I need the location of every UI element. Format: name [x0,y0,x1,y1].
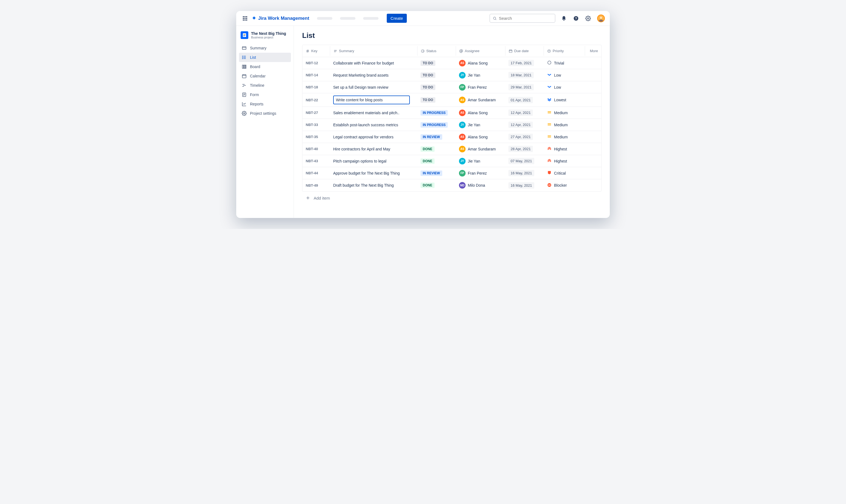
create-button[interactable]: Create [387,14,407,23]
table-row[interactable]: NBT-40Hire contractors for April and May… [302,143,601,155]
due-cell[interactable]: 17 Feb, 2021 [505,58,544,68]
sidebar-item-summary[interactable]: Summary [239,43,291,53]
due-cell[interactable]: 16 May, 2021 [505,168,544,178]
key-cell[interactable]: NBT-35 [302,132,330,141]
assignee-cell[interactable]: MDMilo Dona [456,180,505,191]
summary-cell[interactable]: Set up a full Design team review [330,83,417,92]
status-cell[interactable]: IN PROGRESS [417,120,456,130]
status-cell[interactable]: IN PROGRESS [417,108,456,118]
col-assignee[interactable]: Assignee [456,46,505,56]
sidebar-item-settings[interactable]: Project settings [239,109,291,118]
assignee-cell[interactable]: ASAmar Sundaram [456,144,505,155]
nav-placeholder[interactable] [363,17,378,20]
project-header[interactable]: The Next Big Thing Business project [239,30,291,43]
assignee-cell[interactable]: ASAmar Sundaram [456,94,505,105]
sidebar-item-timeline[interactable]: Timeline [239,81,291,90]
priority-cell[interactable]: Critical [544,168,585,178]
assignee-cell[interactable]: ASAlana Song [456,58,505,69]
notifications-icon[interactable] [560,15,567,22]
sidebar-item-board[interactable]: Board [239,62,291,71]
search-box[interactable] [490,14,556,23]
key-cell[interactable]: NBT-18 [302,83,330,91]
table-row[interactable]: NBT-22TO DOASAmar Sundaram01 Apr, 2021Lo… [302,93,601,107]
summary-cell[interactable]: Request Marketing brand assets [330,71,417,79]
assignee-cell[interactable]: FPFran Perez [456,82,505,93]
search-input[interactable] [499,16,552,21]
status-cell[interactable]: IN REVIEW [417,132,456,142]
due-cell[interactable]: 12 Apr, 2021 [505,120,544,130]
col-due[interactable]: Due date [505,46,544,56]
priority-cell[interactable]: Lowest [544,95,585,105]
table-row[interactable]: NBT-14Request Marketing brand assetsTO D… [302,69,601,81]
table-row[interactable]: NBT-27Sales enablement materials and pit… [302,107,601,119]
key-cell[interactable]: NBT-27 [302,108,330,117]
key-cell[interactable]: NBT-14 [302,71,330,79]
key-cell[interactable]: NBT-43 [302,157,330,165]
nav-placeholder[interactable] [317,17,332,20]
summary-cell[interactable]: Collaborate with Finance for budget [330,59,417,68]
col-summary[interactable]: Summary [330,46,417,56]
status-cell[interactable]: DONE [417,180,456,190]
table-row[interactable]: NBT-49Draft budget for The Next Big Thin… [302,179,601,191]
priority-cell[interactable]: Highest [544,156,585,166]
key-cell[interactable]: NBT-12 [302,59,330,67]
summary-cell[interactable]: Establish post-launch success metrics [330,121,417,129]
priority-cell[interactable]: Medium [544,132,585,142]
status-cell[interactable]: TO DO [417,58,456,68]
due-cell[interactable]: 28 Apr, 2021 [505,144,544,154]
status-cell[interactable]: TO DO [417,82,456,92]
col-priority[interactable]: Priority [544,46,585,56]
due-cell[interactable]: 16 May, 2021 [505,180,544,191]
priority-cell[interactable]: Low [544,82,585,92]
help-icon[interactable]: ? [572,15,580,22]
priority-cell[interactable]: Blocker [544,180,585,191]
assignee-cell[interactable]: ASAlana Song [456,131,505,142]
status-cell[interactable]: TO DO [417,70,456,80]
sidebar-item-list[interactable]: List [239,53,291,62]
key-cell[interactable]: NBT-33 [302,121,330,129]
settings-icon[interactable] [584,15,592,22]
add-item-button[interactable]: Add item [302,192,601,204]
col-more[interactable]: More [585,46,601,56]
due-cell[interactable]: 18 Mar, 2021 [505,70,544,80]
summary-cell[interactable]: Draft budget for The Next Big Thing [330,181,417,190]
key-cell[interactable]: NBT-44 [302,169,330,177]
assignee-cell[interactable]: JYJie Yan [456,156,505,167]
priority-cell[interactable]: Highest [544,144,585,154]
status-cell[interactable]: TO DO [417,95,456,105]
status-cell[interactable]: DONE [417,156,456,166]
sidebar-item-calendar[interactable]: Calendar [239,71,291,81]
assignee-cell[interactable]: JYJie Yan [456,70,505,81]
sidebar-item-reports[interactable]: Reports [239,100,291,109]
summary-cell[interactable]: Sales enablement materials and pitch.. [330,108,417,117]
assignee-cell[interactable]: JYJie Yan [456,120,505,130]
table-row[interactable]: NBT-43Pitch campaign options to legalDON… [302,155,601,167]
summary-input[interactable] [333,95,410,104]
due-cell[interactable]: 27 Apr, 2021 [505,131,544,142]
table-row[interactable]: NBT-18Set up a full Design team reviewTO… [302,81,601,93]
due-cell[interactable]: 12 Apr, 2021 [505,107,544,118]
status-cell[interactable]: IN REVIEW [417,168,456,178]
priority-cell[interactable]: Trivial [544,58,585,68]
assignee-cell[interactable]: FPFran Perez [456,168,505,179]
priority-cell[interactable]: Medium [544,120,585,130]
summary-cell[interactable]: Hire contractors for April and May [330,145,417,154]
due-cell[interactable]: 01 Apr, 2021 [505,95,544,105]
user-avatar[interactable] [597,15,605,22]
product-logo[interactable]: Jira Work Management [252,16,309,21]
due-cell[interactable]: 07 May, 2021 [505,156,544,166]
assignee-cell[interactable]: ASAlana Song [456,107,505,118]
col-key[interactable]: Key [302,46,330,56]
app-switcher-icon[interactable] [241,15,249,22]
key-cell[interactable]: NBT-49 [302,181,330,190]
priority-cell[interactable]: Low [544,70,585,80]
status-cell[interactable]: DONE [417,144,456,154]
table-row[interactable]: NBT-44Approve budget for The Next Big Th… [302,167,601,179]
due-cell[interactable]: 29 Mar, 2021 [505,82,544,92]
col-status[interactable]: Status [417,46,456,56]
sidebar-item-form[interactable]: Form [239,90,291,100]
key-cell[interactable]: NBT-22 [302,96,330,104]
table-row[interactable]: NBT-33Establish post-launch success metr… [302,119,601,131]
key-cell[interactable]: NBT-40 [302,145,330,153]
table-row[interactable]: NBT-12Collaborate with Finance for budge… [302,57,601,69]
